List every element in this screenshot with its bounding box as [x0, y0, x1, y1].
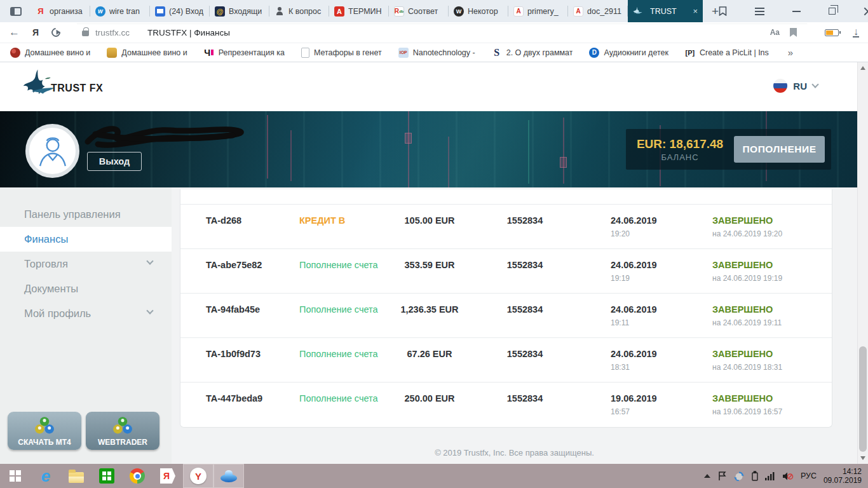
letter-d-icon [589, 48, 599, 58]
browser-tab[interactable]: К вопрос [269, 0, 329, 22]
browser-tab[interactable]: ТЕРМИН [329, 0, 389, 22]
back-button[interactable]: ← [9, 26, 20, 39]
language-selector[interactable]: RU [773, 79, 818, 93]
new-tab-button[interactable]: + [712, 4, 719, 18]
transaction-type: Пополнение счета [299, 349, 395, 382]
browser-tab[interactable]: Некотор [449, 0, 508, 22]
bookmark-list: Домашнее вино и Домашнее вино и Репрезен… [10, 48, 785, 58]
yandex-icon [36, 6, 46, 17]
battery-saver-icon[interactable] [825, 29, 839, 36]
bookmark-item[interactable]: Nanotechnology - [398, 48, 475, 58]
bookmark-item[interactable]: Репрезентация ка [204, 48, 285, 58]
transaction-type: КРЕДИТ В [299, 215, 395, 248]
folder-icon [69, 472, 84, 483]
bookmark-item[interactable]: Домашнее вино и [107, 48, 187, 58]
browser-tab[interactable]: (24) Вход [150, 0, 210, 22]
transaction-row[interactable]: TA-abe75e82 Пополнение счета 353.59 EUR … [180, 249, 832, 294]
bookmark-item[interactable]: Create a PicLit | Ins [685, 48, 769, 58]
brand-text: TRUST FX [51, 83, 103, 94]
yandex-home-button[interactable]: Я [32, 27, 39, 37]
address-bar[interactable]: trustfx.cc TRUSTFX | Финансы Aа [73, 24, 816, 41]
yandex-browser-icon [190, 468, 207, 484]
transaction-row[interactable]: TA-1b0f9d73 Пополнение счета 67.26 EUR 1… [180, 338, 832, 383]
bookmark-item[interactable]: Домашнее вино и [10, 48, 90, 58]
bookmark-item[interactable]: 2. О двух граммат [492, 48, 573, 58]
chevron-down-icon [146, 257, 153, 264]
dark-w-icon [454, 6, 464, 17]
time-value: 16:57 [611, 407, 712, 416]
sync-icon[interactable] [734, 471, 745, 481]
sidebar-item[interactable]: Финансы [0, 227, 172, 252]
internet-explorer-button[interactable]: e [31, 464, 61, 488]
transactions-card: TA-d268 КРЕДИТ В 105.00 EUR 1552834 24.0… [180, 189, 832, 428]
file-explorer-button[interactable] [61, 464, 92, 488]
bookmarks-flag-icon[interactable] [719, 6, 727, 16]
tray-expand-icon[interactable] [704, 474, 710, 478]
logout-button[interactable]: Выход [87, 152, 142, 171]
close-window-button[interactable] [864, 7, 868, 16]
yandex-search-button[interactable] [153, 464, 183, 488]
transaction-row[interactable]: TA-447beda9 Пополнение счета 250.00 EUR … [180, 383, 832, 427]
keyboard-language[interactable]: РУС [801, 471, 817, 480]
webtrader-button[interactable]: WEBTRADER [86, 412, 159, 450]
transaction-row[interactable]: TA-d268 КРЕДИТ В 105.00 EUR 1552834 24.0… [180, 205, 832, 249]
scrollbar-thumb[interactable] [859, 346, 867, 452]
battery-icon[interactable] [752, 471, 758, 481]
trustfx-bird-icon [633, 6, 642, 16]
download-mt4-button[interactable]: СКАЧАТЬ MT4 [8, 412, 81, 450]
browser-tab[interactable]: doc_2911 [568, 0, 628, 22]
volume-muted-icon[interactable] [782, 471, 794, 481]
avatar[interactable] [25, 124, 79, 178]
sidebar-item[interactable]: Мой профиль [0, 301, 172, 326]
date-value: 24.06.2019 [611, 349, 712, 359]
browser-tab[interactable]: Соответ [389, 0, 449, 22]
browser-tab[interactable]: wire tran [90, 0, 150, 22]
zona-app-button[interactable] [214, 464, 244, 488]
page-scrollbar[interactable] [857, 62, 868, 464]
translate-icon[interactable]: Aа [770, 28, 780, 37]
browser-tab[interactable]: организа [31, 0, 90, 22]
yandex-browser-button[interactable] [183, 464, 214, 488]
menu-icon[interactable] [755, 8, 764, 15]
scroll-down-icon[interactable] [860, 456, 865, 460]
bookmark-label: Репрезентация ка [219, 48, 285, 57]
transaction-row[interactable]: TA-94fab45e Пополнение счета 1,236.35 EU… [180, 294, 832, 338]
transaction-id: TA-447beda9 [206, 393, 299, 427]
yandex-icon [160, 468, 175, 484]
active-tab-title: TRUST [650, 7, 689, 16]
bookmark-item[interactable]: Метафоры в генет [301, 48, 382, 58]
balance-panel: EUR: 18,617.48 БАЛАНС ПОПОЛНЕНИЕ [626, 129, 831, 170]
browser-tab[interactable]: Входящи [210, 0, 269, 22]
trustfx-logo[interactable]: TRUST FX [20, 67, 103, 100]
browser-chrome: организа wire tran (24) Вход Входящи К в… [0, 0, 868, 62]
chrome-button[interactable] [122, 464, 153, 488]
action-center-flag-icon[interactable] [717, 471, 727, 481]
store-icon [99, 468, 114, 484]
microsoft-store-button[interactable] [92, 464, 122, 488]
browser-tab[interactable]: primery_ [508, 0, 568, 22]
topup-button[interactable]: ПОПОЛНЕНИЕ [734, 136, 825, 163]
sidebar-item[interactable]: Торговля [0, 252, 172, 276]
start-button[interactable] [0, 464, 31, 488]
downloads-icon[interactable]: ↓ [853, 27, 859, 37]
tab-title: primery_ [527, 7, 566, 16]
minimize-button[interactable] [792, 11, 801, 12]
red-a-icon [334, 6, 344, 17]
scroll-up-icon[interactable] [860, 66, 865, 70]
sidebar-item[interactable]: Панель управления [0, 202, 172, 227]
add-bookmark-icon[interactable] [790, 28, 797, 37]
bookmark-item[interactable]: Аудиокниги детек [589, 48, 668, 58]
sidebar-panel-icon[interactable] [10, 7, 22, 16]
clock[interactable]: 14:12 09.07.2019 [824, 467, 862, 485]
restore-button[interactable] [829, 8, 836, 15]
close-tab-icon[interactable]: × [693, 6, 698, 16]
transaction-date: 24.06.2019 18:31 [585, 349, 712, 382]
main-content: TA-d268 КРЕДИТ В 105.00 EUR 1552834 24.0… [172, 187, 857, 464]
bookmarks-overflow-icon[interactable]: » [788, 47, 793, 58]
refresh-button[interactable] [50, 26, 62, 39]
sidebar-item[interactable]: Документы [0, 276, 172, 301]
status-value: ЗАВЕРШЕНО [712, 215, 819, 226]
active-tab[interactable]: TRUST × [628, 0, 703, 22]
webtrader-label: WEBTRADER [98, 438, 147, 447]
network-signal-icon[interactable] [765, 471, 775, 480]
